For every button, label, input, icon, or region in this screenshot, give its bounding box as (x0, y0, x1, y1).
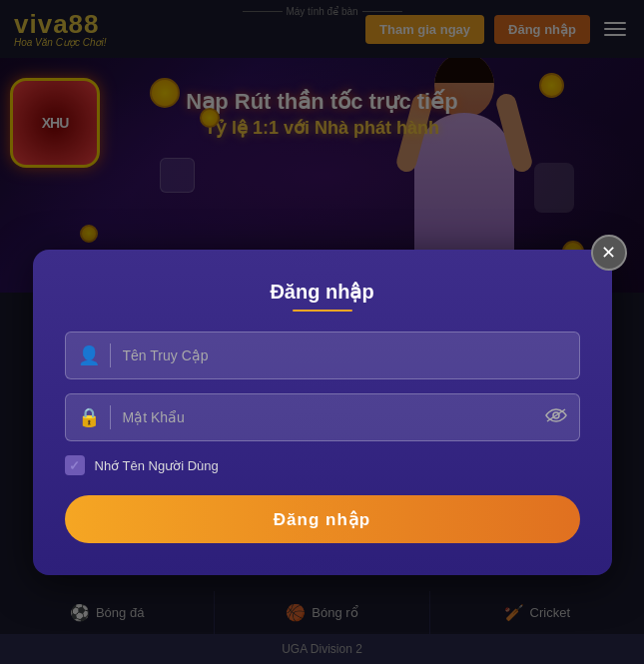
user-icon: 👤 (78, 344, 100, 366)
modal-title-underline (293, 310, 352, 312)
toggle-password-icon[interactable] (545, 407, 567, 428)
login-submit-button[interactable]: Đăng nhập (65, 495, 580, 543)
modal-title: Đăng nhập (65, 280, 580, 304)
password-input[interactable] (123, 409, 545, 425)
username-input-group: 👤 (65, 332, 580, 379)
modal-close-button[interactable]: ✕ (591, 235, 627, 271)
lock-icon: 🔒 (78, 406, 100, 428)
username-input[interactable] (123, 347, 567, 363)
remember-row: ✓ Nhớ Tên Người Dùng (65, 455, 580, 475)
input-divider (110, 343, 111, 367)
input-divider-2 (110, 405, 111, 429)
login-modal: ✕ Đăng nhập 👤 🔒 ✓ Nhớ Tên Người Dùng Đăn… (33, 250, 612, 575)
remember-label: Nhớ Tên Người Dùng (95, 458, 219, 473)
password-input-group: 🔒 (65, 393, 580, 441)
remember-checkbox[interactable]: ✓ (65, 455, 85, 475)
